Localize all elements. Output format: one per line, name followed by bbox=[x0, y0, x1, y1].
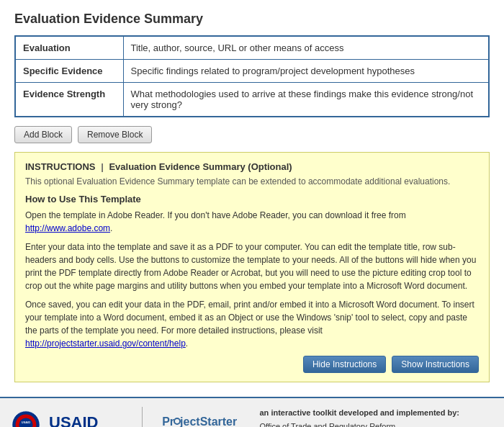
how-to-title: How to Use This Template bbox=[25, 194, 479, 204]
table-label-evaluation: Evaluation bbox=[15, 36, 123, 60]
table-value-specific: Specific findings related to program/pro… bbox=[123, 60, 489, 83]
usaid-text-group: USAID FROM THE AMERICAN PEOPLE bbox=[49, 415, 133, 428]
page-title: Evaluation Evidence Summary bbox=[14, 12, 490, 27]
instructions-label: INSTRUCTIONS bbox=[25, 161, 96, 172]
evidence-table: Evaluation Title, author, source, URL or… bbox=[14, 35, 490, 117]
pipe-separator: | bbox=[101, 161, 104, 172]
footer-text: an interactive toolkit developed and imp… bbox=[260, 407, 493, 427]
instructions-subtext: This optional Evaluation Evidence Summar… bbox=[25, 176, 479, 186]
adobe-link[interactable]: http://www.adobe.com bbox=[25, 223, 110, 233]
footer-logos: USAID FROM THE AMERICAN PEOPLE USAID FRO… bbox=[12, 407, 248, 427]
add-block-button[interactable]: Add Block bbox=[14, 126, 72, 143]
table-value-evaluation: Title, author, source, URL or other mean… bbox=[123, 36, 489, 60]
instructions-para2: Enter your data into the template and sa… bbox=[25, 241, 479, 292]
table-row: Evidence Strength What methodologies use… bbox=[15, 83, 489, 117]
instructions-para3: Once saved, you can edit your data in th… bbox=[25, 298, 479, 350]
usaid-brand: USAID bbox=[49, 415, 98, 428]
instructions-body: Open the template in Adobe Reader. If yo… bbox=[25, 209, 479, 350]
footer-developed-by: an interactive toolkit developed and imp… bbox=[260, 407, 493, 419]
footer: USAID FROM THE AMERICAN PEOPLE USAID FRO… bbox=[0, 397, 504, 427]
logo-divider bbox=[142, 407, 143, 427]
project-starter-logo: PrjectStarter BETTER PROJECTS BY DESIGN bbox=[151, 416, 248, 428]
table-row: Evaluation Title, author, source, URL or… bbox=[15, 36, 489, 60]
remove-block-button[interactable]: Remove Block bbox=[78, 126, 152, 143]
table-label-specific: Specific Evidence bbox=[15, 60, 123, 83]
svg-text:USAID: USAID bbox=[22, 421, 31, 424]
instructions-box: INSTRUCTIONS | Evaluation Evidence Summa… bbox=[14, 152, 490, 382]
table-label-strength: Evidence Strength bbox=[15, 83, 123, 117]
footer-org1: Office of Trade and Regulatory Reform bbox=[260, 421, 493, 428]
ps-brand: PrjectStarter bbox=[162, 416, 237, 428]
usaid-seal-icon: USAID FROM THE AMERICAN PEOPLE bbox=[12, 410, 40, 427]
ps-o-icon bbox=[174, 418, 181, 425]
instructions-para1: Open the template in Adobe Reader. If yo… bbox=[25, 209, 479, 235]
table-value-strength: What methodologies used to arrive at the… bbox=[123, 83, 489, 117]
main-content: Evaluation Evidence Summary Evaluation T… bbox=[0, 0, 504, 397]
table-row: Specific Evidence Specific findings rela… bbox=[15, 60, 489, 83]
show-instructions-button[interactable]: Show Instructions bbox=[392, 356, 479, 373]
usaid-logo: USAID FROM THE AMERICAN PEOPLE bbox=[12, 410, 40, 427]
instructions-section-title: Evaluation Evidence Summary (Optional) bbox=[109, 161, 292, 172]
instructions-header: INSTRUCTIONS | Evaluation Evidence Summa… bbox=[25, 161, 479, 172]
instructions-buttons: Hide Instructions Show Instructions bbox=[25, 356, 479, 373]
hide-instructions-button[interactable]: Hide Instructions bbox=[303, 356, 386, 373]
help-link[interactable]: http://projectstarter.usaid.gov/content/… bbox=[25, 338, 186, 349]
block-buttons: Add Block Remove Block bbox=[14, 126, 490, 143]
